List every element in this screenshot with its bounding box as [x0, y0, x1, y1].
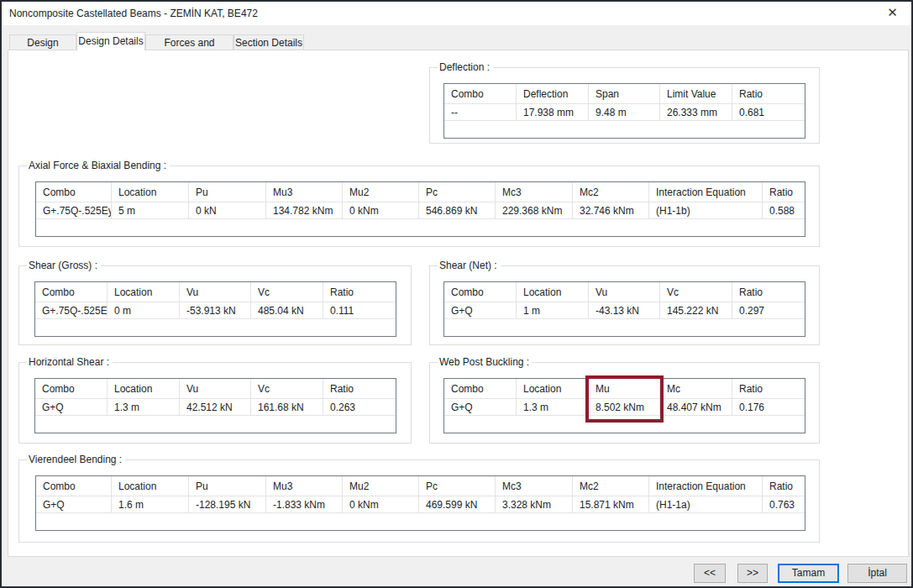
table-cell: -128.195 kN [189, 496, 266, 512]
column-header[interactable]: Combo [35, 379, 108, 398]
column-header[interactable]: Ratio [732, 84, 805, 103]
table-web-post-buckling: ComboLocationMuMcRatioG+Q1.3 m8.502 kNm4… [443, 378, 805, 433]
column-header[interactable]: Pc [419, 476, 496, 496]
column-header[interactable]: Vu [180, 379, 251, 398]
previous-button[interactable]: << [694, 564, 726, 583]
table-row[interactable]: G+Q1.3 m8.502 kNm48.407 kNm0.176 [444, 399, 805, 416]
column-header[interactable]: Ratio [732, 282, 805, 302]
column-header[interactable]: Location [517, 282, 589, 302]
table-cell: 32.746 kNm [573, 202, 649, 218]
group-web-post-buckling: Web Post Buckling : ComboLocationMuMcRat… [429, 362, 820, 444]
table-empty-area [444, 121, 805, 138]
tab-design-details[interactable]: Design Details [76, 32, 145, 50]
tab-design-checks[interactable]: Design Checks [9, 34, 76, 50]
column-header[interactable]: Mc3 [496, 476, 573, 496]
table-header-row: ComboLocationVuVcRatio [35, 282, 396, 302]
group-label: Deflection : [438, 60, 493, 74]
group-label: Horizontal Shear : [27, 355, 113, 369]
next-button[interactable]: >> [737, 564, 768, 583]
table-cell: -- [444, 104, 517, 120]
column-header[interactable]: Mu [589, 379, 660, 398]
column-header[interactable]: Combo [444, 379, 517, 398]
column-header[interactable]: Mc3 [496, 182, 573, 202]
column-header[interactable]: Mc2 [573, 182, 649, 202]
column-header[interactable]: Ratio [763, 476, 805, 496]
column-header[interactable]: Combo [444, 84, 517, 103]
column-header[interactable]: Combo [36, 476, 112, 496]
title-bar: Noncomposite Castellated Beams - ZEMİN K… [2, 2, 911, 25]
column-header[interactable]: Mu2 [343, 182, 419, 202]
table-cell: 0.176 [732, 399, 805, 415]
table-cell: 0.588 [763, 202, 805, 218]
column-header[interactable]: Interaction Equation [649, 182, 763, 202]
column-header[interactable]: Mc2 [573, 476, 649, 496]
column-header[interactable]: Pu [189, 476, 266, 496]
table-cell: 0.263 [323, 399, 396, 415]
table-row[interactable]: G+Q1.3 m42.512 kN161.68 kN0.263 [35, 399, 396, 416]
column-header[interactable]: Vc [251, 282, 323, 302]
close-button[interactable]: ✕ [874, 2, 911, 25]
table-cell: 5 m [112, 202, 189, 218]
group-label: Web Post Buckling : [438, 355, 533, 369]
table-cell: 15.871 kNm [573, 496, 649, 512]
column-header[interactable]: Combo [444, 282, 517, 302]
tab-forces-and-moments[interactable]: Forces and Moments [145, 34, 233, 50]
column-header[interactable]: Mu3 [266, 476, 343, 496]
table-row[interactable]: G+.75Q-.525Ey...5 m0 kN134.782 kNm0 kNm5… [36, 202, 805, 219]
table-cell: (H1-1a) [649, 496, 763, 512]
tamam-ok-button[interactable]: Tamam [778, 564, 839, 583]
column-header[interactable]: Pc [419, 182, 496, 202]
table-cell: 546.869 kN [419, 202, 496, 218]
column-header[interactable]: Location [108, 379, 180, 398]
column-header[interactable]: Vu [180, 282, 251, 302]
table-cell: 1 m [517, 302, 589, 318]
column-header[interactable]: Mc [660, 379, 732, 398]
column-header[interactable]: Combo [35, 282, 108, 302]
table-horizontal-shear: ComboLocationVuVcRatioG+Q1.3 m42.512 kN1… [34, 378, 396, 433]
column-header[interactable]: Ratio [763, 182, 805, 202]
column-header[interactable]: Limit Value [660, 84, 732, 103]
column-header[interactable]: Mu2 [343, 476, 419, 496]
table-header-row: ComboLocationVuVcRatio [35, 379, 396, 399]
tab-section-details[interactable]: Section Details [233, 34, 304, 50]
dialog-window: Noncomposite Castellated Beams - ZEMİN K… [0, 0, 913, 588]
table-empty-area [444, 319, 805, 336]
column-header[interactable]: Location [112, 182, 189, 202]
table-cell: 1.3 m [517, 399, 589, 415]
column-header[interactable]: Pu [189, 182, 266, 202]
column-header[interactable]: Location [112, 476, 189, 496]
table-cell: 3.328 kNm [496, 496, 573, 512]
column-header[interactable]: Vu [589, 282, 660, 302]
table-cell: -43.13 kN [589, 302, 660, 318]
column-header[interactable]: Interaction Equation [649, 476, 763, 496]
table-row[interactable]: G+.75Q-.525E...0 m-53.913 kN485.04 kN0.1… [35, 302, 396, 319]
table-cell: 17.938 mm [517, 104, 589, 120]
table-cell: 42.512 kN [180, 399, 251, 415]
table-cell: 469.599 kN [419, 496, 496, 512]
group-horizontal-shear: Horizontal Shear : ComboLocationVuVcRati… [18, 362, 412, 444]
table-cell: 145.222 kN [660, 302, 732, 318]
column-header[interactable]: Deflection [517, 84, 589, 103]
iptal-cancel-button[interactable]: İptal [847, 564, 907, 583]
table-cell: G+Q [36, 496, 112, 512]
table-cell: 0.111 [323, 302, 396, 318]
column-header[interactable]: Ratio [732, 379, 805, 398]
column-header[interactable]: Span [589, 84, 660, 103]
column-header[interactable]: Ratio [323, 379, 396, 398]
column-header[interactable]: Location [108, 282, 180, 302]
table-row[interactable]: --17.938 mm9.48 m26.333 mm0.681 [444, 104, 805, 121]
table-axial-force: ComboLocationPuMu3Mu2PcMc3Mc2Interaction… [35, 181, 805, 237]
table-cell: 1.3 m [108, 399, 180, 415]
column-header[interactable]: Mu3 [266, 182, 343, 202]
column-header[interactable]: Ratio [323, 282, 396, 302]
table-deflection: ComboDeflectionSpanLimit ValueRatio--17.… [443, 83, 805, 139]
table-cell: G+.75Q-.525Ey... [36, 202, 112, 218]
column-header[interactable]: Combo [36, 182, 112, 202]
column-header[interactable]: Vc [660, 282, 732, 302]
group-axial-force-biaxial-bending: Axial Force & Biaxial Bending : ComboLoc… [18, 165, 820, 247]
column-header[interactable]: Vc [251, 379, 323, 398]
column-header[interactable]: Location [517, 379, 589, 398]
table-row[interactable]: G+Q1.6 m-128.195 kN-1.833 kNm0 kNm469.59… [36, 496, 805, 513]
group-vierendeel-bending: Vierendeel Bending : ComboLocationPuMu3M… [18, 459, 820, 543]
table-row[interactable]: G+Q1 m-43.13 kN145.222 kN0.297 [444, 302, 805, 319]
